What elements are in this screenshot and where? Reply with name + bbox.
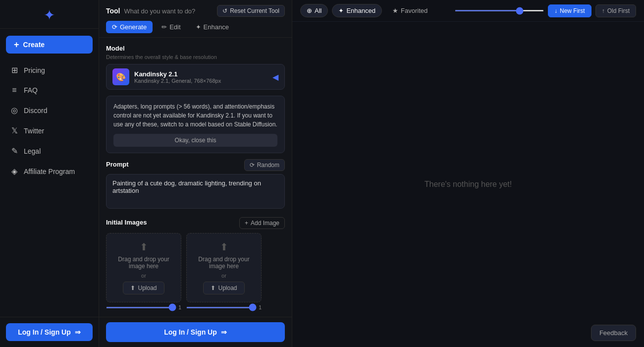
sidebar-item-twitter[interactable]: 𝕏 Twitter: [4, 121, 95, 140]
tab-edit[interactable]: ✏ Edit: [156, 21, 186, 33]
random-button[interactable]: ⟳ Random: [244, 159, 285, 171]
filter-chip-enhanced[interactable]: ✦ Enhanced: [332, 4, 382, 17]
initial-images-header: Initial Images + Add Image: [106, 217, 285, 229]
image-slot-1[interactable]: ⬆ Drag and drop your image here or ⬆ Upl…: [106, 233, 181, 302]
sidebar-item-affiliate[interactable]: ◈ Affiliate Program: [4, 162, 95, 181]
model-description: Kandinsky 2.1, General, 768×768px: [134, 78, 221, 84]
sidebar: ✦ + Create ⊞ Pricing ≡ FAQ ◎ Discord 𝕏 T…: [0, 0, 99, 347]
upload-button-1[interactable]: ⬆ Upload: [123, 282, 164, 294]
tool-question: What do you want to do?: [124, 7, 196, 15]
sidebar-item-faq[interactable]: ≡ FAQ: [4, 81, 95, 100]
legal-icon: ✎: [10, 146, 19, 156]
twitter-icon: 𝕏: [10, 126, 19, 135]
strength-slider-1[interactable]: [106, 307, 176, 308]
tool-label: Tool: [106, 7, 120, 15]
feedback-label: Feedback: [599, 329, 628, 337]
model-section: Model Determines the overall style & bas…: [106, 45, 285, 90]
tool-header: Tool What do you want to do? ↺ Reset Cur…: [99, 0, 292, 38]
add-image-label: Add Image: [251, 220, 279, 227]
random-icon: ⟳: [250, 162, 255, 169]
plus-icon: +: [245, 220, 248, 227]
sidebar-login-button[interactable]: Log In / Sign Up ⇒: [6, 323, 93, 341]
affiliate-icon: ◈: [10, 167, 19, 176]
arrow-icon: ⇒: [75, 328, 81, 336]
strength-value-1: 1: [178, 304, 181, 310]
tab-enhance-label: Enhance: [204, 23, 229, 31]
tool-tabs: ⟳ Generate ✏ Edit ✦ Enhance: [106, 21, 285, 33]
sort-slider-wrap: [455, 10, 544, 11]
drag-text-1: Drag and drop your image here: [111, 256, 176, 270]
drag-text-2: Drag and drop your image here: [192, 256, 256, 270]
empty-state-text: There's nothing here yet!: [425, 180, 512, 189]
sidebar-footer: Log In / Sign Up ⇒: [0, 317, 99, 347]
faq-icon: ≡: [10, 86, 19, 95]
sidebar-item-label: Legal: [24, 147, 41, 155]
model-avatar-icon: 🎨: [116, 72, 126, 82]
sidebar-item-label: Pricing: [24, 66, 45, 74]
prompt-label: Prompt: [106, 161, 129, 168]
sort-old-first-button[interactable]: ↑ Old First: [595, 4, 636, 17]
sort-down-icon: ↓: [554, 7, 557, 14]
model-info: Kandinsky 2.1 Kandinsky 2.1, General, 76…: [134, 70, 221, 84]
upload-icon-2: ⬆: [211, 285, 215, 291]
sidebar-logo: ✦: [0, 0, 99, 29]
random-label: Random: [257, 162, 279, 169]
prompt-header: Prompt ⟳ Random: [106, 159, 285, 171]
star-icon: ★: [392, 7, 398, 14]
sort-new-first-button[interactable]: ↓ New First: [548, 4, 591, 17]
chevron-left-icon: ◀: [272, 72, 278, 82]
sort-slider[interactable]: [455, 10, 544, 11]
sidebar-item-label: Discord: [24, 107, 47, 115]
reset-icon: ↺: [222, 7, 227, 14]
model-section-sublabel: Determines the overall style & base reso…: [106, 54, 285, 60]
prompt-textarea[interactable]: [106, 174, 285, 209]
sidebar-item-legal[interactable]: ✎ Legal: [4, 141, 95, 161]
sidebar-item-discord[interactable]: ◎ Discord: [4, 101, 95, 120]
filter-chip-all[interactable]: ⊕ All: [300, 4, 328, 17]
sidebar-item-pricing[interactable]: ⊞ Pricing: [4, 60, 95, 80]
sidebar-item-label: Twitter: [24, 127, 44, 135]
strength-slider-2-wrapper: 1: [186, 304, 262, 310]
reset-tool-button[interactable]: ↺ Reset Current Tool: [217, 5, 285, 17]
image-slot-2-wrapper: ⬆ Drag and drop your image here or ⬆ Upl…: [186, 233, 262, 310]
upload-label-2: Upload: [218, 285, 237, 291]
image-slot-2[interactable]: ⬆ Drag and drop your image here or ⬆ Upl…: [186, 233, 262, 302]
sort-new-label: New First: [560, 7, 585, 14]
main-login-label: Log In / Sign Up: [164, 328, 217, 336]
model-card[interactable]: 🎨 Kandinsky 2.1 Kandinsky 2.1, General, …: [106, 64, 285, 90]
upload-label-1: Upload: [138, 285, 157, 291]
enhance-icon: ✦: [196, 23, 201, 31]
sort-up-icon: ↑: [602, 7, 605, 14]
main-login-button[interactable]: Log In / Sign Up ⇒: [106, 322, 285, 342]
main-panel: Tool What do you want to do? ↺ Reset Cur…: [99, 0, 292, 347]
model-name: Kandinsky 2.1: [134, 70, 221, 78]
create-button[interactable]: + Create: [6, 36, 93, 54]
initial-images-label: Initial Images: [106, 219, 147, 226]
sidebar-nav: ⊞ Pricing ≡ FAQ ◎ Discord 𝕏 Twitter ✎ Le…: [0, 60, 99, 317]
add-image-button[interactable]: + Add Image: [239, 217, 285, 229]
tab-enhance[interactable]: ✦ Enhance: [190, 21, 235, 33]
upload-button-2[interactable]: ⬆ Upload: [203, 282, 244, 294]
main-footer: Log In / Sign Up ⇒: [99, 317, 292, 347]
tab-generate[interactable]: ⟳ Generate: [106, 21, 153, 33]
warning-close-button[interactable]: Okay, close this: [113, 134, 277, 147]
plus-icon: +: [14, 40, 19, 49]
create-label: Create: [23, 41, 45, 49]
main-content: Model Determines the overall style & bas…: [99, 38, 292, 317]
filter-chip-favorited[interactable]: ★ Favorited: [386, 4, 434, 17]
strength-slider-2[interactable]: [186, 307, 257, 308]
filter-all-label: All: [315, 7, 322, 14]
arrow-icon: ⇒: [221, 328, 227, 336]
or-text-1: or: [141, 273, 146, 279]
prompt-section: Prompt ⟳ Random: [106, 159, 285, 217]
upload-cloud-icon-2: ⬆: [220, 241, 228, 253]
upload-icon-1: ⬆: [130, 285, 135, 291]
sidebar-item-label: Affiliate Program: [24, 168, 75, 175]
feedback-button[interactable]: Feedback: [591, 325, 636, 341]
initial-images-section: Initial Images + Add Image ⬆ Drag and dr…: [106, 217, 285, 310]
warning-box: Adapters, long prompts (> 56 words), and…: [106, 96, 285, 153]
edit-icon: ✏: [161, 23, 167, 31]
enhanced-icon: ✦: [338, 7, 344, 14]
sidebar-login-label: Log In / Sign Up: [18, 328, 71, 336]
empty-state: There's nothing here yet!: [292, 22, 644, 347]
